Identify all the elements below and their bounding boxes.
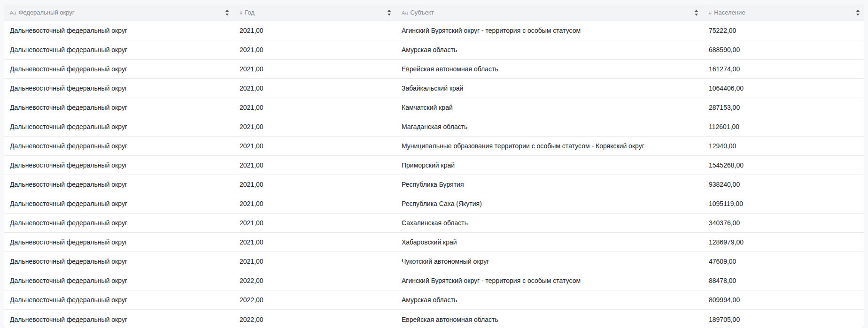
table-row[interactable]: Дальневосточный федеральный округ 2022,0… (4, 271, 864, 290)
cell-year: 2021,00 (234, 252, 396, 271)
cell-population: 47609,00 (703, 252, 864, 271)
sort-arrows-icon[interactable] (387, 9, 391, 16)
cell-year: 2021,00 (234, 175, 396, 194)
cell-subject: Еврейская автономная область (396, 60, 703, 78)
cell-population: 1095119,00 (703, 194, 864, 213)
cell-year: 2021,00 (234, 21, 396, 40)
table-body: Дальневосточный федеральный округ 2021,0… (4, 21, 864, 328)
cell-subject: Хабаровский край (396, 233, 703, 252)
cell-subject: Камчатский край (396, 98, 703, 117)
sort-arrows-icon[interactable] (225, 9, 229, 16)
cell-subject: Забайкальский край (396, 79, 703, 98)
cell-year: 2022,00 (234, 290, 396, 309)
cell-population: 1286979,00 (703, 233, 864, 252)
cell-population: 809994,00 (703, 290, 864, 309)
cell-population: 88478,00 (703, 271, 864, 290)
cell-federal-district: Дальневосточный федеральный округ (4, 60, 234, 78)
cell-subject: Агинский Бурятский округ - территория с … (396, 271, 703, 290)
cell-population: 1064406,00 (703, 79, 864, 98)
cell-year: 2021,00 (234, 233, 396, 252)
cell-subject: Амурская область (396, 290, 703, 309)
sort-arrows-icon[interactable] (856, 9, 860, 16)
data-table: Aa Федеральный округ # Год Aa Субъект # … (4, 4, 864, 328)
cell-year: 2022,00 (234, 271, 396, 290)
cell-federal-district: Дальневосточный федеральный округ (4, 21, 234, 40)
table-row[interactable]: Дальневосточный федеральный округ 2021,0… (4, 98, 864, 117)
cell-year: 2021,00 (234, 60, 396, 78)
table-row[interactable]: Дальневосточный федеральный округ 2021,0… (4, 233, 864, 252)
cell-year: 2021,00 (234, 137, 396, 155)
table-row[interactable]: Дальневосточный федеральный округ 2021,0… (4, 175, 864, 194)
table-row[interactable]: Дальневосточный федеральный округ 2021,0… (4, 137, 864, 156)
sort-arrows-icon[interactable] (694, 9, 698, 16)
cell-year: 2021,00 (234, 40, 396, 59)
cell-year: 2022,00 (234, 310, 396, 328)
table-row[interactable]: Дальневосточный федеральный округ 2022,0… (4, 290, 864, 310)
cell-federal-district: Дальневосточный федеральный округ (4, 137, 234, 155)
column-header-label: Год (245, 9, 383, 16)
cell-subject: Еврейская автономная область (396, 310, 703, 328)
cell-population: 161274,00 (703, 60, 864, 78)
text-type-icon: Aa (402, 10, 408, 15)
cell-federal-district: Дальневосточный федеральный округ (4, 175, 234, 194)
cell-subject: Сахалинская область (396, 214, 703, 232)
cell-federal-district: Дальневосточный федеральный округ (4, 310, 234, 328)
table-header: Aa Федеральный округ # Год Aa Субъект # … (4, 4, 864, 21)
column-header-population[interactable]: # Население (703, 4, 864, 21)
table-row[interactable]: Дальневосточный федеральный округ 2022,0… (4, 310, 864, 328)
cell-population: 688590,00 (703, 40, 864, 59)
cell-federal-district: Дальневосточный федеральный округ (4, 117, 234, 136)
cell-subject: Чукотский автономный округ (396, 252, 703, 271)
cell-population: 938240,00 (703, 175, 864, 194)
cell-year: 2021,00 (234, 79, 396, 98)
table-row[interactable]: Дальневосточный федеральный округ 2021,0… (4, 117, 864, 137)
number-type-icon: # (240, 10, 242, 15)
cell-federal-district: Дальневосточный федеральный округ (4, 156, 234, 175)
text-type-icon: Aa (10, 10, 16, 15)
cell-year: 2021,00 (234, 214, 396, 232)
cell-federal-district: Дальневосточный федеральный округ (4, 194, 234, 213)
cell-federal-district: Дальневосточный федеральный округ (4, 98, 234, 117)
column-header-year[interactable]: # Год (234, 4, 396, 21)
cell-population: 340376,00 (703, 214, 864, 232)
cell-year: 2021,00 (234, 117, 396, 136)
table-row[interactable]: Дальневосточный федеральный округ 2021,0… (4, 156, 864, 175)
table-row[interactable]: Дальневосточный федеральный округ 2021,0… (4, 40, 864, 60)
cell-subject: Республика Бурятия (396, 175, 703, 194)
cell-year: 2021,00 (234, 98, 396, 117)
cell-population: 75222,00 (703, 21, 864, 40)
table-row[interactable]: Дальневосточный федеральный округ 2021,0… (4, 194, 864, 214)
cell-federal-district: Дальневосточный федеральный округ (4, 233, 234, 252)
cell-federal-district: Дальневосточный федеральный округ (4, 271, 234, 290)
cell-federal-district: Дальневосточный федеральный округ (4, 214, 234, 232)
cell-subject: Амурская область (396, 40, 703, 59)
cell-year: 2021,00 (234, 156, 396, 175)
cell-subject: Республика Саха (Якутия) (396, 194, 703, 213)
cell-population: 287153,00 (703, 98, 864, 117)
column-header-federal-district[interactable]: Aa Федеральный округ (4, 4, 234, 21)
cell-population: 1545268,00 (703, 156, 864, 175)
cell-subject: Агинский Бурятский округ - территория с … (396, 21, 703, 40)
cell-federal-district: Дальневосточный федеральный округ (4, 40, 234, 59)
cell-population: 189705,00 (703, 310, 864, 328)
table-row[interactable]: Дальневосточный федеральный округ 2021,0… (4, 21, 864, 40)
table-row[interactable]: Дальневосточный федеральный округ 2021,0… (4, 214, 864, 233)
cell-subject: Приморский край (396, 156, 703, 175)
cell-population: 12940,00 (703, 137, 864, 155)
table-row[interactable]: Дальневосточный федеральный округ 2021,0… (4, 252, 864, 271)
cell-federal-district: Дальневосточный федеральный округ (4, 252, 234, 271)
number-type-icon: # (709, 10, 712, 15)
cell-federal-district: Дальневосточный федеральный округ (4, 290, 234, 309)
cell-subject: Муниципальные образования территории с о… (396, 137, 703, 155)
column-header-label: Субъект (410, 9, 690, 16)
cell-federal-district: Дальневосточный федеральный округ (4, 79, 234, 98)
column-header-label: Федеральный округ (18, 9, 221, 16)
cell-subject: Магаданская область (396, 117, 703, 136)
table-row[interactable]: Дальневосточный федеральный округ 2021,0… (4, 79, 864, 98)
cell-population: 112601,00 (703, 117, 864, 136)
column-header-subject[interactable]: Aa Субъект (396, 4, 703, 21)
cell-year: 2021,00 (234, 194, 396, 213)
table-row[interactable]: Дальневосточный федеральный округ 2021,0… (4, 60, 864, 79)
column-header-label: Население (714, 9, 852, 16)
